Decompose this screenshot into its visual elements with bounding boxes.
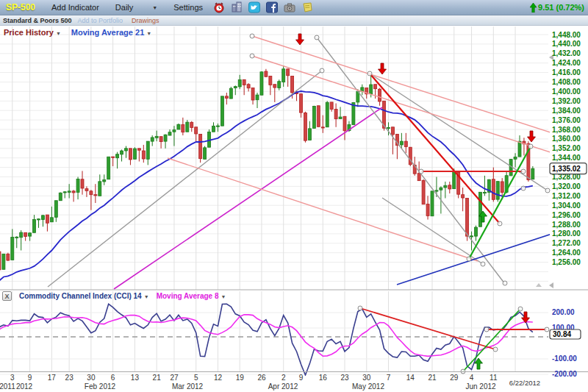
- price-chart-svg: 1,448.001,440.001,432.001,424.001,416.00…: [0, 0, 588, 392]
- cci-moving-average-dropdown[interactable]: Moving Average 8▼: [157, 292, 226, 300]
- panel-chrome: [0, 54, 588, 372]
- svg-text:2012: 2012: [16, 382, 33, 391]
- svg-text:26: 26: [257, 374, 266, 382]
- svg-text:1,424.00: 1,424.00: [552, 59, 581, 67]
- svg-text:23: 23: [340, 374, 349, 382]
- svg-text:1,312.00: 1,312.00: [552, 192, 581, 200]
- cci-indicator-dropdown[interactable]: Commodity Channel Index (CCI) 14▼: [19, 292, 149, 300]
- svg-text:200.00: 200.00: [552, 308, 575, 316]
- svg-text:May 2012: May 2012: [352, 382, 384, 391]
- svg-text:3: 3: [10, 374, 15, 382]
- svg-text:1,440.00: 1,440.00: [552, 40, 581, 48]
- svg-text:2011: 2011: [0, 382, 15, 391]
- cci-value-box: 30.84: [550, 329, 581, 339]
- svg-text:1,280.00: 1,280.00: [552, 229, 581, 238]
- last-price-box: 1,335.02: [550, 163, 587, 174]
- svg-text:14: 14: [406, 374, 415, 382]
- drawing-handles[interactable]: [250, 34, 550, 374]
- svg-text:Apr 2012: Apr 2012: [268, 382, 298, 391]
- svg-text:1,335.02: 1,335.02: [552, 165, 581, 173]
- svg-text:1,320.00: 1,320.00: [552, 182, 581, 190]
- svg-text:1,344.00: 1,344.00: [552, 154, 581, 162]
- svg-text:Jun 2012: Jun 2012: [465, 382, 496, 391]
- svg-text:1,256.00: 1,256.00: [552, 258, 581, 266]
- svg-text:1,272.00: 1,272.00: [552, 239, 581, 247]
- svg-text:1,304.00: 1,304.00: [552, 202, 581, 210]
- svg-text:2: 2: [282, 374, 286, 382]
- svg-text:16: 16: [319, 374, 328, 382]
- svg-text:9: 9: [299, 374, 304, 382]
- svg-text:29: 29: [450, 374, 459, 382]
- svg-text:1,384.00: 1,384.00: [552, 107, 581, 115]
- svg-text:13: 13: [131, 374, 140, 382]
- svg-text:-100.00: -100.00: [552, 354, 577, 363]
- chevron-down-icon[interactable]: ▼: [220, 294, 226, 299]
- svg-text:1,264.00: 1,264.00: [552, 249, 581, 257]
- svg-text:12: 12: [214, 374, 223, 382]
- trend-line-drawings[interactable]: [48, 36, 563, 289]
- svg-text:11: 11: [490, 374, 498, 382]
- chevron-down-icon[interactable]: ▼: [146, 31, 151, 36]
- svg-text:30.84: 30.84: [553, 330, 571, 338]
- svg-text:Mar 2012: Mar 2012: [172, 382, 204, 391]
- svg-text:4: 4: [470, 374, 474, 382]
- svg-text:7: 7: [387, 374, 391, 382]
- svg-text:1,392.00: 1,392.00: [552, 97, 581, 105]
- svg-text:21: 21: [153, 374, 162, 382]
- svg-text:1,368.00: 1,368.00: [552, 126, 581, 134]
- svg-text:1,432.00: 1,432.00: [552, 49, 581, 57]
- svg-text:6: 6: [111, 374, 115, 382]
- svg-text:-200.00: -200.00: [552, 370, 577, 378]
- time-axis-labels: 3917233061321275121926291623307142129411…: [0, 374, 540, 391]
- svg-text:1,376.00: 1,376.00: [552, 116, 581, 124]
- svg-text:6/22/2012: 6/22/2012: [509, 379, 540, 387]
- charting-app-window: SP-500 Add Indicator Daily ▼ Settings 9.…: [0, 0, 588, 392]
- svg-text:5: 5: [194, 374, 198, 382]
- close-cci-panel-button[interactable]: X: [2, 291, 12, 301]
- cci-axis-labels: 200.00100.00-100.00-200.00: [552, 308, 577, 378]
- svg-text:Feb 2012: Feb 2012: [85, 382, 116, 391]
- svg-text:1,408.00: 1,408.00: [552, 78, 581, 86]
- svg-text:9: 9: [28, 374, 32, 382]
- price-history-dropdown[interactable]: Price History▼: [4, 28, 61, 37]
- svg-text:1,416.00: 1,416.00: [552, 68, 581, 76]
- chevron-down-icon[interactable]: ▼: [144, 294, 149, 299]
- cci-panel-header: X Commodity Channel Index (CCI) 14▼ Movi…: [2, 291, 226, 301]
- price-axis-labels: 1,448.001,440.001,432.001,424.001,416.00…: [552, 31, 581, 267]
- svg-text:21: 21: [428, 374, 437, 382]
- svg-text:23: 23: [65, 374, 74, 382]
- svg-text:1,448.00: 1,448.00: [552, 31, 581, 39]
- svg-text:1,352.00: 1,352.00: [552, 144, 581, 152]
- cci-series: [0, 304, 548, 375]
- svg-text:30: 30: [87, 374, 96, 382]
- chevron-down-icon[interactable]: ▼: [56, 31, 61, 36]
- svg-text:1,400.00: 1,400.00: [552, 88, 581, 96]
- panel-collapse-arrow-icon[interactable]: [549, 282, 553, 288]
- svg-text:1,360.00: 1,360.00: [552, 135, 581, 143]
- svg-text:30: 30: [362, 374, 371, 382]
- svg-text:1,296.00: 1,296.00: [552, 211, 581, 219]
- svg-text:19: 19: [236, 374, 245, 382]
- svg-text:1,288.00: 1,288.00: [552, 221, 581, 229]
- moving-average-21-dropdown[interactable]: Moving Average 21▼: [71, 28, 151, 37]
- price-panel-header: Price History▼ Moving Average 21▼: [4, 28, 151, 37]
- svg-text:27: 27: [170, 374, 179, 382]
- svg-text:17: 17: [48, 374, 57, 382]
